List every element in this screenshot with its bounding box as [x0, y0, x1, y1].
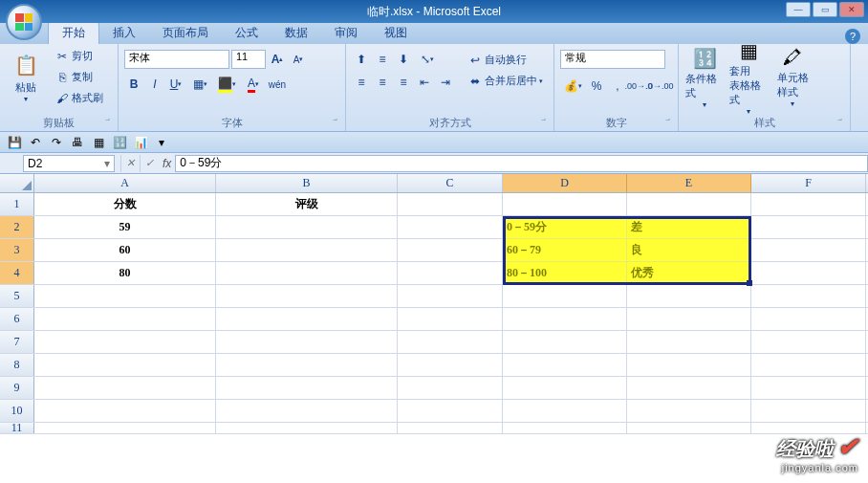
minimize-button[interactable]: —	[786, 2, 811, 17]
qat-icon[interactable]: 🔢	[111, 134, 128, 151]
cell[interactable]	[34, 377, 216, 399]
cell[interactable]	[627, 354, 751, 376]
row-header-2[interactable]: 2	[0, 216, 34, 238]
cell-C3[interactable]	[398, 239, 503, 261]
format-painter-button[interactable]: 🖌格式刷	[50, 88, 108, 108]
copy-button[interactable]: ⎘复制	[50, 67, 108, 87]
cell[interactable]	[398, 354, 503, 376]
tab-home[interactable]: 开始	[48, 21, 99, 44]
percent-button[interactable]: %	[587, 77, 606, 96]
row-header-11[interactable]: 11	[0, 423, 34, 433]
tab-review[interactable]: 审阅	[321, 22, 371, 44]
close-button[interactable]: ✕	[839, 2, 864, 17]
cell[interactable]	[34, 423, 216, 433]
cell[interactable]	[503, 354, 627, 376]
align-center-button[interactable]: ≡	[373, 73, 392, 92]
name-box[interactable]: D2▾	[23, 155, 115, 172]
cut-button[interactable]: ✂剪切	[50, 46, 108, 66]
cell-B2[interactable]	[216, 216, 398, 238]
conditional-format-button[interactable]: 🔢 条件格式▾	[684, 46, 725, 109]
cell-D1[interactable]	[503, 193, 627, 215]
cell[interactable]	[398, 400, 503, 422]
cell-A4[interactable]: 80	[34, 262, 216, 284]
decrease-font-button[interactable]: A▾	[289, 50, 308, 69]
cell-E3[interactable]: 良	[627, 239, 751, 261]
cell[interactable]	[503, 285, 627, 307]
cell[interactable]	[751, 377, 866, 399]
formula-input[interactable]: 0－59分	[175, 155, 868, 172]
tab-formulas[interactable]: 公式	[222, 22, 271, 44]
align-top-button[interactable]: ⬆	[352, 50, 371, 69]
col-header-C[interactable]: C	[398, 174, 503, 192]
accounting-format-button[interactable]: 💰▾	[560, 77, 585, 96]
cell-E2[interactable]: 差	[627, 216, 751, 238]
cell[interactable]	[503, 400, 627, 422]
cell[interactable]	[627, 331, 751, 353]
cell[interactable]	[216, 423, 398, 433]
cell[interactable]	[398, 423, 503, 433]
select-all-corner[interactable]	[0, 174, 34, 192]
col-header-E[interactable]: E	[627, 174, 751, 192]
increase-indent-button[interactable]: ⇥	[436, 73, 455, 92]
cell[interactable]	[627, 400, 751, 422]
decrease-indent-button[interactable]: ⇤	[415, 73, 434, 92]
cell[interactable]	[216, 354, 398, 376]
print-icon[interactable]: 🖶	[69, 134, 86, 151]
border-button[interactable]: ▦▾	[187, 75, 212, 94]
tab-view[interactable]: 视图	[371, 22, 421, 44]
col-header-D[interactable]: D	[503, 174, 627, 192]
underline-button[interactable]: U▾	[166, 75, 185, 94]
help-icon[interactable]: ?	[845, 29, 860, 44]
cell[interactable]	[503, 308, 627, 330]
cell-F1[interactable]	[751, 193, 866, 215]
row-header-4[interactable]: 4	[0, 262, 34, 284]
cell[interactable]	[751, 308, 866, 330]
fx-icon[interactable]: fx	[163, 157, 171, 170]
cell-D3[interactable]: 60－79	[503, 239, 627, 261]
cell[interactable]	[398, 285, 503, 307]
cell-E4[interactable]: 优秀	[627, 262, 751, 284]
italic-button[interactable]: I	[145, 75, 164, 94]
cell-B3[interactable]	[216, 239, 398, 261]
row-header-10[interactable]: 10	[0, 400, 34, 422]
cell-B1[interactable]: 评级	[216, 193, 398, 215]
cell[interactable]	[398, 377, 503, 399]
cell-E1[interactable]	[627, 193, 751, 215]
cell[interactable]	[627, 377, 751, 399]
cell-A1[interactable]: 分数	[34, 193, 216, 215]
cell[interactable]	[398, 331, 503, 353]
row-header-9[interactable]: 9	[0, 377, 34, 399]
col-header-B[interactable]: B	[216, 174, 398, 192]
redo-icon[interactable]: ↷	[48, 134, 65, 151]
paste-button[interactable]: 📋 粘贴 ▾	[6, 46, 46, 109]
cancel-formula-button[interactable]: ✕	[120, 155, 140, 172]
cell[interactable]	[34, 285, 216, 307]
cell-A2[interactable]: 59	[34, 216, 216, 238]
cell-A3[interactable]: 60	[34, 239, 216, 261]
align-left-button[interactable]: ≡	[352, 73, 371, 92]
cell-C2[interactable]	[398, 216, 503, 238]
cell[interactable]	[216, 331, 398, 353]
cell[interactable]	[34, 354, 216, 376]
number-format-select[interactable]: 常规	[560, 50, 665, 69]
cell-F3[interactable]	[751, 239, 866, 261]
tab-page-layout[interactable]: 页面布局	[149, 22, 222, 44]
cell[interactable]	[398, 308, 503, 330]
font-name-select[interactable]: 宋体	[124, 50, 229, 69]
row-header-3[interactable]: 3	[0, 239, 34, 261]
cell[interactable]	[34, 308, 216, 330]
tab-insert[interactable]: 插入	[99, 22, 149, 44]
cell[interactable]	[34, 400, 216, 422]
wrap-text-button[interactable]: ↩自动换行	[463, 50, 548, 70]
cell-styles-button[interactable]: 🖍 单元格 样式▾	[772, 46, 813, 109]
align-right-button[interactable]: ≡	[394, 73, 413, 92]
cell[interactable]	[751, 285, 866, 307]
maximize-button[interactable]: ▭	[813, 2, 837, 17]
cell[interactable]	[34, 331, 216, 353]
phonetic-button[interactable]: wén	[268, 75, 287, 94]
fill-color-button[interactable]: ⬛▾	[214, 75, 239, 94]
row-header-1[interactable]: 1	[0, 193, 34, 215]
bold-button[interactable]: B	[124, 75, 143, 94]
office-button[interactable]	[6, 4, 42, 40]
row-header-8[interactable]: 8	[0, 354, 34, 376]
